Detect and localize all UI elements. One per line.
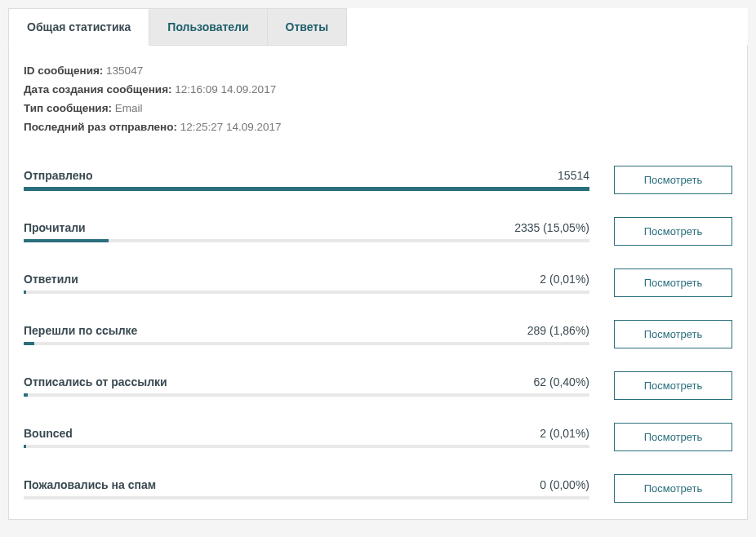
meta-message-type: Тип сообщения: Email <box>24 102 732 114</box>
meta-value: Email <box>115 102 143 114</box>
stat-main: Bounced 2 (0,01%) <box>24 427 589 448</box>
stat-label: Перешли по ссылке <box>24 324 137 337</box>
progress-fill <box>24 291 26 294</box>
stat-label: Отправлено <box>24 169 92 182</box>
progress-bar <box>24 393 589 397</box>
tab-users[interactable]: Пользователи <box>149 8 267 46</box>
stat-main: Отправлено 15514 <box>24 169 589 191</box>
tab-general-stats[interactable]: Общая статистика <box>8 8 149 46</box>
stat-value: 0 (0,00%) <box>540 478 589 491</box>
stat-label: Отписались от рассылки <box>24 375 167 388</box>
meta-created-date: Дата создания сообщения: 12:16:09 14.09.… <box>24 83 732 95</box>
stat-main: Пожаловались на спам 0 (0,00%) <box>24 478 589 499</box>
meta-value: 12:25:27 14.09.2017 <box>180 121 282 133</box>
stat-row-answered: Ответили 2 (0,01%) Посмотреть <box>24 268 732 297</box>
stat-row-spam: Пожаловались на спам 0 (0,00%) Посмотрет… <box>24 474 732 503</box>
progress-bar <box>24 496 589 499</box>
meta-label: Последний раз отправлено: <box>24 121 177 133</box>
meta-value: 12:16:09 14.09.2017 <box>175 83 276 95</box>
stat-row-bounced: Bounced 2 (0,01%) Посмотреть <box>24 423 732 451</box>
meta-label: ID сообщения: <box>24 64 103 77</box>
progress-bar <box>24 342 589 345</box>
progress-bar <box>24 291 589 294</box>
tab-answers[interactable]: Ответы <box>268 8 348 46</box>
stat-value: 2 (0,01%) <box>540 427 589 440</box>
view-button[interactable]: Посмотреть <box>614 320 732 348</box>
stat-label: Bounced <box>24 427 73 440</box>
progress-fill <box>24 239 109 242</box>
meta-message-id: ID сообщения: 135047 <box>24 64 732 77</box>
stat-label: Прочитали <box>24 221 86 234</box>
stat-label: Пожаловались на спам <box>24 478 156 491</box>
stat-row-unsubscribed: Отписались от рассылки 62 (0,40%) Посмот… <box>24 371 732 400</box>
progress-fill <box>24 445 26 448</box>
view-button[interactable]: Посмотреть <box>614 268 732 297</box>
stat-row-clicked: Перешли по ссылке 289 (1,86%) Посмотреть <box>24 320 732 348</box>
stat-main: Ответили 2 (0,01%) <box>24 273 589 294</box>
meta-label: Дата создания сообщения: <box>24 83 172 95</box>
progress-bar <box>24 239 589 242</box>
view-button[interactable]: Посмотреть <box>614 166 732 194</box>
stat-value: 289 (1,86%) <box>527 324 589 337</box>
stat-value: 2335 (15,05%) <box>514 221 589 234</box>
progress-fill <box>24 393 28 397</box>
stat-label: Ответили <box>24 273 78 286</box>
progress-bar <box>24 445 589 448</box>
stats-panel: Общая статистика Пользователи Ответы ID … <box>8 8 748 520</box>
tabs-bar: Общая статистика Пользователи Ответы <box>8 8 748 46</box>
view-button[interactable]: Посмотреть <box>614 423 732 451</box>
tab-content: ID сообщения: 135047 Дата создания сообщ… <box>8 45 748 520</box>
stat-main: Перешли по ссылке 289 (1,86%) <box>24 324 589 345</box>
stat-row-read: Прочитали 2335 (15,05%) Посмотреть <box>24 217 732 246</box>
view-button[interactable]: Посмотреть <box>614 371 732 400</box>
stat-main: Отписались от рассылки 62 (0,40%) <box>24 375 589 397</box>
stat-value: 2 (0,01%) <box>540 273 589 286</box>
stat-row-sent: Отправлено 15514 Посмотреть <box>24 166 732 194</box>
view-button[interactable]: Посмотреть <box>614 474 732 503</box>
stats-list: Отправлено 15514 Посмотреть Прочитали 23… <box>24 166 732 503</box>
meta-label: Тип сообщения: <box>24 102 112 114</box>
meta-value: 135047 <box>106 64 143 77</box>
progress-bar <box>24 187 589 191</box>
progress-fill <box>24 342 34 345</box>
stat-main: Прочитали 2335 (15,05%) <box>24 221 589 242</box>
message-metadata: ID сообщения: 135047 Дата создания сообщ… <box>24 64 732 133</box>
progress-fill <box>24 187 589 191</box>
view-button[interactable]: Посмотреть <box>614 217 732 246</box>
meta-last-sent: Последний раз отправлено: 12:25:27 14.09… <box>24 121 732 133</box>
stat-value: 15514 <box>558 169 589 182</box>
stat-value: 62 (0,40%) <box>534 375 589 388</box>
